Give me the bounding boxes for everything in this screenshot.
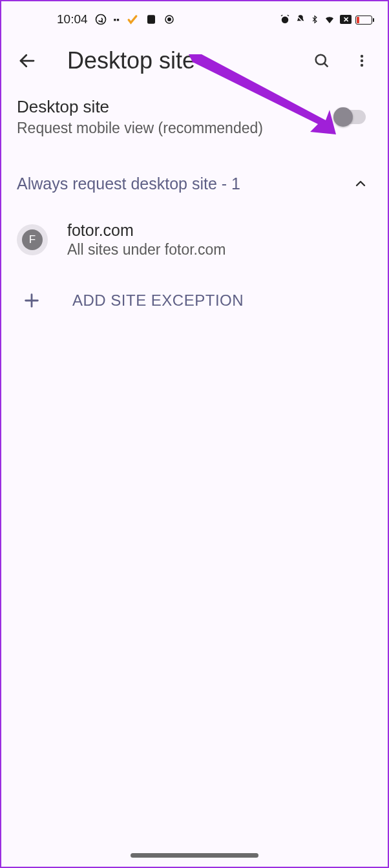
site-name: fotor.com <box>67 221 226 240</box>
svg-point-10 <box>361 64 363 67</box>
alarm-icon <box>279 14 291 25</box>
circle-app-icon <box>163 14 175 25</box>
site-favicon: F <box>17 224 48 255</box>
site-subtitle: All sites under fotor.com <box>67 241 226 259</box>
svg-point-4 <box>282 17 289 24</box>
chevron-up-icon <box>353 176 368 191</box>
pref-title: Desktop site <box>17 97 327 117</box>
toggle-knob <box>333 107 353 127</box>
collapse-button[interactable] <box>349 172 372 195</box>
desktop-site-toggle[interactable] <box>335 110 366 124</box>
more-vert-icon <box>354 53 370 69</box>
site-text: fotor.com All sites under fotor.com <box>67 221 226 259</box>
signal-x-icon: ✕ <box>340 15 352 24</box>
search-button[interactable] <box>308 47 336 75</box>
device-frame: 10:04 ▪▪ <box>0 0 389 868</box>
svg-point-8 <box>361 55 363 58</box>
bluetooth-icon <box>310 14 319 25</box>
svg-point-6 <box>316 55 326 65</box>
always-request-section[interactable]: Always request desktop site - 1 <box>1 158 388 207</box>
search-icon <box>313 52 331 70</box>
whatsapp-icon <box>94 13 107 26</box>
battery-icon <box>355 12 372 26</box>
svg-line-7 <box>324 63 328 67</box>
favicon-letter: F <box>22 229 43 250</box>
wifi-icon <box>323 14 336 25</box>
svg-point-9 <box>361 59 363 62</box>
add-site-exception[interactable]: ADD SITE EXCEPTION <box>1 273 388 328</box>
svg-rect-1 <box>147 15 155 24</box>
svg-point-3 <box>168 18 171 21</box>
page-title: Desktop site <box>53 47 296 74</box>
app-bar: Desktop site <box>1 37 388 87</box>
status-bar: 10:04 ▪▪ <box>1 1 388 37</box>
svg-point-0 <box>96 15 105 25</box>
back-button[interactable] <box>13 47 41 75</box>
pref-subtitle: Request mobile view (recommended) <box>17 120 327 137</box>
section-label: Always request desktop site - 1 <box>17 175 349 193</box>
status-time: 10:04 <box>57 12 88 26</box>
dots-icon: ▪▪ <box>114 15 120 25</box>
site-item-fotor[interactable]: F fotor.com All sites under fotor.com <box>1 207 388 273</box>
add-exception-label: ADD SITE EXCEPTION <box>72 291 244 310</box>
check-icon <box>126 13 139 26</box>
mute-icon <box>295 14 306 25</box>
pref-text: Desktop site Request mobile view (recomm… <box>17 97 327 137</box>
gesture-nav-bar[interactable] <box>131 853 258 858</box>
more-button[interactable] <box>348 47 376 75</box>
status-right: ✕ <box>279 12 372 26</box>
status-left: 10:04 ▪▪ <box>57 12 175 26</box>
arrow-left-icon <box>17 51 37 70</box>
desktop-site-pref[interactable]: Desktop site Request mobile view (recomm… <box>1 87 388 158</box>
plus-icon <box>22 291 41 310</box>
note-icon <box>145 14 157 25</box>
